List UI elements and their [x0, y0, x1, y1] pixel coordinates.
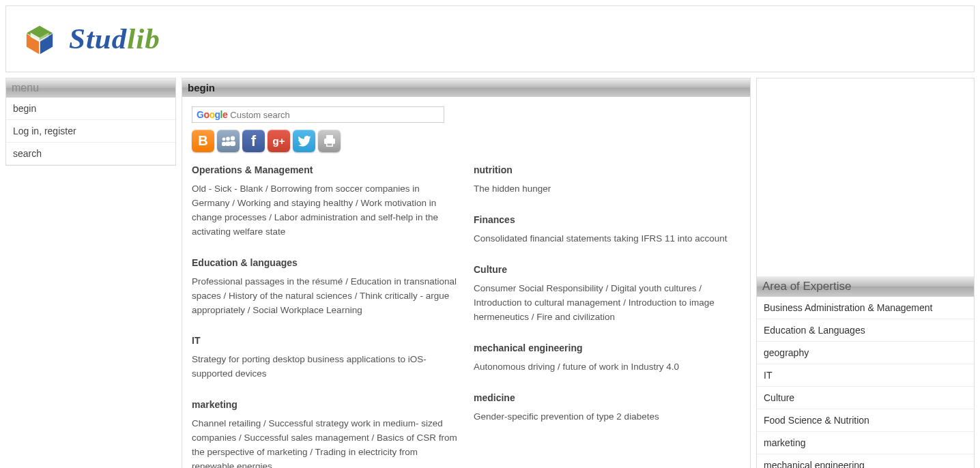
- content-right-column: nutritionThe hidden hungerFinancesConsol…: [474, 164, 740, 468]
- category-heading-link[interactable]: Operations & Management: [192, 164, 313, 175]
- expertise-item[interactable]: IT: [757, 364, 974, 387]
- article-link[interactable]: future of work in Industry 4.0: [563, 362, 679, 372]
- ad-placeholder: [757, 78, 974, 276]
- category-section: Education & languagesProfessional passag…: [192, 257, 459, 318]
- facebook-icon[interactable]: f: [242, 130, 265, 152]
- svg-rect-11: [326, 135, 333, 138]
- right-sidebar: Area of Expertise Business Administratio…: [756, 78, 975, 468]
- social-share-row: B f g+: [192, 130, 740, 152]
- article-link[interactable]: Professional passages in the résumé: [192, 276, 343, 287]
- article-link[interactable]: Strategy for porting desktop business ap…: [192, 354, 427, 379]
- search-box[interactable]: Google: [192, 106, 444, 123]
- article-link[interactable]: Gender-specific prevention of type 2 dia…: [474, 411, 659, 422]
- sidebar: menu beginLog in, registersearch: [5, 78, 176, 166]
- print-icon[interactable]: [318, 130, 341, 152]
- svg-rect-14: [327, 143, 332, 145]
- article-link[interactable]: Consumer Social Responsibility: [474, 283, 603, 293]
- google-logo-icon: Google: [197, 109, 227, 120]
- expertise-item[interactable]: Food Science & Nutrition: [757, 409, 974, 432]
- logo[interactable]: Studlib: [6, 6, 974, 70]
- sidebar-item[interactable]: Log in, register: [6, 120, 175, 143]
- category-heading-link[interactable]: Finances: [474, 214, 515, 225]
- logo-text: Studlib: [69, 22, 160, 55]
- article-link[interactable]: Working and staying healthy: [237, 198, 353, 208]
- svg-point-6: [226, 136, 230, 141]
- article-link[interactable]: The hidden hunger: [474, 184, 551, 194]
- svg-rect-8: [222, 142, 226, 146]
- logo-text-stud: Stud: [69, 23, 127, 55]
- article-link[interactable]: History of the natural sciences: [229, 291, 352, 301]
- svg-point-7: [230, 136, 234, 140]
- expertise-item[interactable]: Education & Languages: [757, 319, 974, 342]
- category-section: medicineGender-specific prevention of ty…: [474, 392, 740, 424]
- blogger-icon[interactable]: B: [192, 130, 214, 152]
- content-left-column: Operations & ManagementOld - Sick - Blan…: [192, 164, 459, 468]
- category-links: Channel retailing / Successful strategy …: [192, 417, 459, 468]
- category-heading-link[interactable]: medicine: [474, 392, 515, 403]
- article-link[interactable]: Channel retailing: [192, 418, 261, 428]
- category-section: marketingChannel retailing / Successful …: [192, 399, 459, 468]
- category-heading-link[interactable]: Culture: [474, 264, 507, 275]
- article-link[interactable]: Consolidated financial statements taking…: [474, 233, 727, 244]
- svg-point-5: [222, 137, 225, 141]
- article-link[interactable]: Old - Sick - Blank: [192, 184, 263, 194]
- category-section: FinancesConsolidated financial statement…: [474, 214, 740, 246]
- category-section: mechanical engineeringAutonomous driving…: [474, 342, 740, 375]
- google-plus-icon[interactable]: g+: [268, 130, 290, 152]
- expertise-list: Business Administration & ManagementEduc…: [757, 297, 974, 468]
- studlib-logo-icon: [23, 20, 57, 57]
- article-link[interactable]: Autonomous driving: [474, 362, 555, 372]
- category-heading-link[interactable]: nutrition: [474, 164, 513, 175]
- sidebar-item[interactable]: begin: [6, 98, 175, 120]
- category-section: nutritionThe hidden hunger: [474, 164, 740, 196]
- category-links: The hidden hunger: [474, 182, 740, 196]
- main-title: begin: [182, 78, 750, 97]
- article-link[interactable]: Fire and civilization: [536, 312, 615, 322]
- expertise-item[interactable]: Culture: [757, 387, 974, 409]
- sidebar-menu: beginLog in, registersearch: [6, 98, 175, 165]
- expertise-item[interactable]: marketing: [757, 432, 974, 454]
- expertise-item[interactable]: geography: [757, 342, 974, 364]
- svg-rect-10: [230, 141, 235, 146]
- category-section: ITStrategy for porting desktop business …: [192, 335, 459, 381]
- category-links: Consumer Social Responsibility / Digital…: [474, 282, 740, 325]
- main-content: begin Google B f g+: [182, 78, 751, 468]
- expertise-item[interactable]: Business Administration & Management: [757, 297, 974, 319]
- myspace-icon[interactable]: [217, 130, 240, 152]
- category-heading-link[interactable]: mechanical engineering: [474, 342, 583, 353]
- category-links: Gender-specific prevention of type 2 dia…: [474, 410, 740, 424]
- article-link[interactable]: Digital youth cultures: [611, 283, 696, 293]
- page-header: Studlib: [5, 5, 975, 72]
- logo-text-lib: lib: [127, 23, 160, 55]
- category-heading-link[interactable]: IT: [192, 335, 200, 346]
- category-heading-link[interactable]: Education & languages: [192, 257, 298, 268]
- sidebar-item[interactable]: search: [6, 143, 175, 165]
- svg-rect-9: [225, 141, 230, 146]
- expertise-title: Area of Expertise: [757, 276, 974, 297]
- article-link[interactable]: Successful sales management: [244, 433, 369, 443]
- category-links: Consolidated financial statements taking…: [474, 232, 740, 246]
- sidebar-title: menu: [6, 78, 175, 98]
- search-input[interactable]: [230, 110, 439, 120]
- category-section: CultureConsumer Social Responsibility / …: [474, 264, 740, 325]
- category-section: Operations & ManagementOld - Sick - Blan…: [192, 164, 459, 239]
- category-links: Strategy for porting desktop business ap…: [192, 353, 459, 381]
- category-heading-link[interactable]: marketing: [192, 399, 237, 410]
- category-links: Old - Sick - Blank / Borrowing from socc…: [192, 182, 459, 239]
- article-link[interactable]: Introduction to cultural management: [474, 297, 620, 308]
- article-link[interactable]: Social Workplace Learning: [253, 305, 362, 315]
- twitter-icon[interactable]: [293, 130, 315, 152]
- expertise-item[interactable]: mechanical engineering: [757, 454, 974, 468]
- category-links: Autonomous driving / future of work in I…: [474, 360, 740, 375]
- category-links: Professional passages in the résumé / Ed…: [192, 275, 459, 318]
